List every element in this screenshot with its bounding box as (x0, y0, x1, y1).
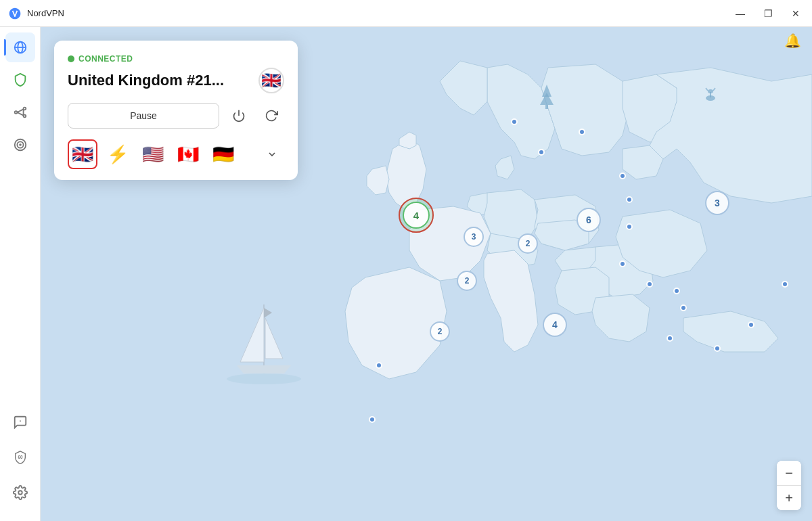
power-button[interactable] (226, 103, 252, 129)
map-dot-no[interactable] (511, 118, 518, 125)
map-cluster-pl[interactable]: 6 (577, 208, 601, 232)
titlebar: NordVPN — ❐ ✕ (0, 0, 812, 27)
flag-de[interactable]: 🇩🇪 (208, 139, 238, 169)
map-dot-ee[interactable] (619, 173, 626, 179)
flag-us[interactable]: 🇺🇸 (138, 139, 168, 169)
svg-point-12 (20, 420, 21, 422)
svg-line-7 (17, 112, 23, 116)
status-dot (68, 55, 74, 62)
connection-status: CONNECTED (68, 54, 284, 64)
connection-actions: Pause (68, 103, 284, 129)
map-dot-cy[interactable] (714, 345, 721, 352)
map-cluster-es[interactable]: 2 (430, 321, 450, 342)
flag-ca[interactable]: 🇨🇦 (173, 139, 203, 169)
flag-uk[interactable]: 🇬🇧 (68, 139, 97, 169)
map-dot-ptw[interactable] (369, 416, 376, 423)
zoom-minus-button[interactable]: − (777, 461, 801, 485)
server-name: United Kingdom #21... (68, 72, 224, 89)
connection-card: CONNECTED United Kingdom #21... 🇬🇧 Pause (54, 41, 298, 180)
sidebar-bottom: 60 (5, 407, 35, 521)
server-info: United Kingdom #21... 🇬🇧 (68, 68, 284, 93)
flag-speed[interactable]: ⚡ (103, 139, 133, 169)
map-dot-lt[interactable] (626, 223, 633, 230)
sidebar-item-settings[interactable] (5, 478, 35, 507)
sidebar-item-meshnet[interactable] (5, 97, 35, 127)
shield-icon (13, 72, 28, 87)
notification-bell[interactable]: 🔔 (784, 32, 801, 49)
sidebar-item-support[interactable] (5, 407, 35, 437)
map-cluster-fr[interactable]: 2 (457, 271, 477, 291)
sidebar-item-threat[interactable] (5, 130, 35, 160)
map-dot-bg[interactable] (680, 304, 687, 311)
map-dot-rs[interactable] (646, 281, 653, 288)
map-dot-tr[interactable] (748, 321, 754, 328)
nordvpn-logo (8, 7, 22, 20)
map-cluster-ru[interactable]: 3 (705, 191, 729, 215)
svg-line-6 (17, 109, 23, 112)
minimize-button[interactable]: — (731, 7, 749, 20)
app-title: NordVPN (27, 8, 731, 18)
zoom-controls: − + (777, 461, 801, 510)
map-cluster-de[interactable]: 2 (518, 233, 538, 254)
svg-rect-18 (545, 105, 548, 109)
shield-badge-icon: 60 (13, 450, 28, 465)
zoom-plus-button[interactable]: + (777, 486, 801, 510)
map-area[interactable]: 43226243 🔔 CONNECTED United Kingdom #21.… (41, 27, 812, 521)
map-dot-lv[interactable] (626, 196, 633, 203)
settings-icon (13, 485, 28, 500)
svg-point-25 (227, 373, 301, 384)
map-dot-pt[interactable] (376, 362, 382, 369)
sidebar-item-badge[interactable]: 60 (5, 443, 35, 472)
globe-icon (13, 40, 28, 55)
pause-button[interactable]: Pause (68, 103, 219, 129)
svg-point-14 (18, 491, 22, 495)
window-controls: — ❐ ✕ (731, 7, 804, 20)
map-cluster-active-uk[interactable]: 4 (399, 198, 434, 233)
map-cluster-it[interactable]: 4 (543, 313, 567, 337)
active-indicator (4, 39, 6, 55)
map-dot-fi[interactable] (579, 129, 585, 135)
svg-point-21 (708, 89, 713, 93)
refresh-button[interactable] (258, 103, 284, 129)
target-icon (13, 137, 28, 152)
expand-button[interactable] (260, 142, 284, 166)
mesh-icon (13, 105, 28, 120)
map-dot-gr[interactable] (667, 335, 673, 342)
sidebar-item-map[interactable] (5, 32, 35, 62)
svg-text:60: 60 (18, 455, 23, 459)
sidebar-item-shield[interactable] (5, 65, 35, 95)
map-dot-se[interactable] (538, 149, 545, 156)
status-text: CONNECTED (78, 54, 133, 64)
map-dot-ro[interactable] (673, 288, 680, 294)
map-dot-hu[interactable] (619, 260, 626, 267)
map-cluster-nl[interactable]: 3 (464, 227, 484, 247)
sidebar: 60 (0, 27, 41, 521)
recent-servers: 🇬🇧 ⚡ 🇺🇸 🇨🇦 🇩🇪 (68, 139, 284, 169)
svg-point-3 (14, 111, 17, 114)
chat-icon (13, 415, 28, 430)
svg-point-11 (20, 144, 21, 145)
maximize-button[interactable]: ❐ (760, 7, 777, 20)
close-button[interactable]: ✕ (788, 7, 804, 20)
server-flag: 🇬🇧 (258, 68, 284, 93)
map-dot-east1[interactable] (782, 281, 788, 288)
